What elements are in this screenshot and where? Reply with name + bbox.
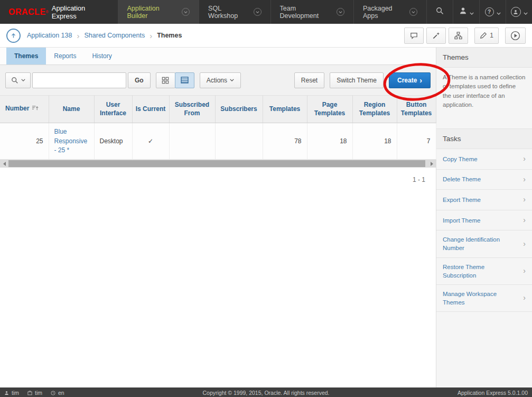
chevron-right-icon: › — [419, 76, 422, 85]
task-export-theme[interactable]: Export Theme › — [436, 190, 532, 210]
column-header-subscribers[interactable]: Subscribers — [215, 96, 263, 123]
help-menu-button[interactable]: ? — [479, 0, 506, 24]
column-label: Subscribed From — [175, 101, 209, 117]
speech-bubble-icon — [410, 32, 418, 40]
account-menu-button[interactable] — [506, 0, 532, 24]
task-change-identification-number[interactable]: Change Identification Number › — [436, 230, 532, 257]
nav-tab-application-builder[interactable]: Application Builder — [118, 0, 199, 24]
switch-theme-button[interactable]: Switch Theme — [330, 72, 384, 88]
chevron-down-icon — [524, 7, 528, 17]
theme-name-link[interactable]: Blue Responsive - 25 * — [54, 127, 89, 155]
breadcrumb-separator-icon: › — [150, 31, 152, 40]
create-button[interactable]: Create › — [389, 72, 431, 88]
column-header-button-templates[interactable]: Button Templates — [397, 96, 436, 123]
nav-tab-label: Team Development — [280, 5, 332, 20]
search-input[interactable] — [32, 72, 126, 88]
cell-button-templates: 7 — [397, 123, 436, 160]
hierarchy-icon — [454, 32, 462, 40]
icon-view-button[interactable] — [156, 72, 175, 88]
nav-tab-sql-workshop[interactable]: SQL Workshop — [199, 0, 270, 24]
search-column-selector[interactable] — [5, 72, 31, 88]
chevron-down-icon — [337, 8, 344, 16]
task-label: Restore Theme Subscription — [443, 263, 519, 280]
column-label: Number — [5, 105, 29, 112]
admin-user-icon — [459, 7, 467, 17]
wand-icon — [432, 32, 440, 40]
nav-tab-packaged-apps[interactable]: Packaged Apps — [353, 0, 426, 24]
task-manage-workspace-themes[interactable]: Manage Workspace Themes › — [436, 285, 532, 312]
reset-button[interactable]: Reset — [294, 72, 324, 88]
footer-user[interactable]: tim — [4, 390, 19, 396]
task-label: Change Identification Number — [443, 235, 519, 252]
scroll-left-arrow[interactable] — [0, 160, 8, 168]
chevron-right-icon: › — [523, 195, 526, 205]
horizontal-scrollbar[interactable] — [0, 160, 436, 168]
table-row: 25 Blue Responsive - 25 * Desktop ✓ 78 1… — [0, 123, 436, 160]
column-header-user-interface[interactable]: User Interface — [94, 96, 132, 123]
administration-menu-button[interactable] — [453, 0, 479, 24]
themes-report-table: Number Name User Interface Is Current Su… — [0, 95, 436, 160]
column-label: Page Templates — [314, 101, 345, 117]
help-icon: ? — [485, 7, 494, 16]
nav-tab-team-development[interactable]: Team Development — [270, 0, 353, 24]
cell-page-templates: 18 — [307, 123, 352, 160]
workspace-icon — [27, 391, 32, 395]
create-label: Create — [397, 77, 417, 84]
footer-workspace-label: tim — [35, 390, 42, 396]
tab-themes[interactable]: Themes — [6, 48, 46, 64]
page-action-buttons: 1 — [402, 27, 526, 44]
utilities-button[interactable] — [426, 27, 446, 44]
search-icon — [11, 77, 18, 84]
chevron-right-icon: › — [523, 154, 526, 164]
nav-tab-label: Packaged Apps — [363, 5, 405, 20]
product-name: Application Express — [52, 4, 109, 20]
column-label: Region Templates — [359, 101, 390, 117]
cell-subscribers — [215, 123, 263, 160]
tab-history[interactable]: History — [84, 48, 119, 64]
task-restore-theme-subscription[interactable]: Restore Theme Subscription › — [436, 258, 532, 285]
chevron-down-icon — [409, 8, 417, 16]
go-button[interactable]: Go — [128, 72, 151, 88]
tab-reports[interactable]: Reports — [46, 48, 84, 64]
column-header-region-templates[interactable]: Region Templates — [352, 96, 397, 123]
chevron-right-icon: › — [523, 174, 526, 185]
column-label: Is Current — [136, 105, 166, 113]
column-header-number[interactable]: Number — [0, 96, 49, 123]
column-label: Name — [63, 105, 80, 113]
column-header-page-templates[interactable]: Page Templates — [307, 96, 352, 123]
task-label: Delete Theme — [443, 175, 481, 183]
breadcrumb-application[interactable]: Application 138 — [27, 32, 72, 39]
shared-components-button[interactable] — [449, 27, 468, 44]
task-delete-theme[interactable]: Delete Theme › — [436, 170, 532, 190]
search-button[interactable] — [426, 0, 453, 24]
oracle-logo: ORACLE ® Application Express — [0, 0, 118, 24]
nav-tab-label: Application Builder — [127, 5, 178, 20]
column-header-subscribed-from[interactable]: Subscribed From — [169, 96, 215, 123]
cell-subscribed-from — [169, 123, 215, 160]
page-number: 1 — [490, 32, 493, 39]
footer-workspace[interactable]: tim — [27, 390, 42, 396]
scrollbar-thumb[interactable] — [8, 160, 425, 167]
task-import-theme[interactable]: Import Theme › — [436, 210, 532, 231]
actions-menu-button[interactable]: Actions — [200, 72, 241, 88]
about-panel: Themes A Theme is a named collection of … — [436, 48, 532, 116]
scroll-right-arrow[interactable] — [427, 160, 436, 168]
feedback-button[interactable] — [404, 27, 424, 44]
run-application-button[interactable] — [505, 27, 526, 44]
column-header-name[interactable]: Name — [49, 96, 94, 123]
cell-name: Blue Responsive - 25 * — [49, 123, 94, 160]
footer-language[interactable]: en — [51, 390, 64, 396]
column-header-templates[interactable]: Templates — [263, 96, 307, 123]
user-icon — [4, 391, 9, 395]
edit-page-button[interactable]: 1 — [474, 27, 499, 44]
up-level-button[interactable] — [6, 29, 21, 43]
footer-session-info: tim tim en — [4, 390, 64, 396]
footer-copyright: Copyright © 1999, 2015, Oracle. All righ… — [0, 390, 532, 396]
play-circle-icon — [510, 31, 520, 41]
report-view-button[interactable] — [175, 72, 194, 88]
right-sidebar: Themes A Theme is a named collection of … — [436, 48, 532, 387]
task-copy-theme[interactable]: Copy Theme › — [436, 149, 532, 170]
page-footer: tim tim en Copyright © 1999, 2015, Oracl… — [0, 387, 532, 397]
breadcrumb-shared-components[interactable]: Shared Components — [84, 32, 145, 39]
column-header-is-current[interactable]: Is Current — [132, 96, 169, 123]
